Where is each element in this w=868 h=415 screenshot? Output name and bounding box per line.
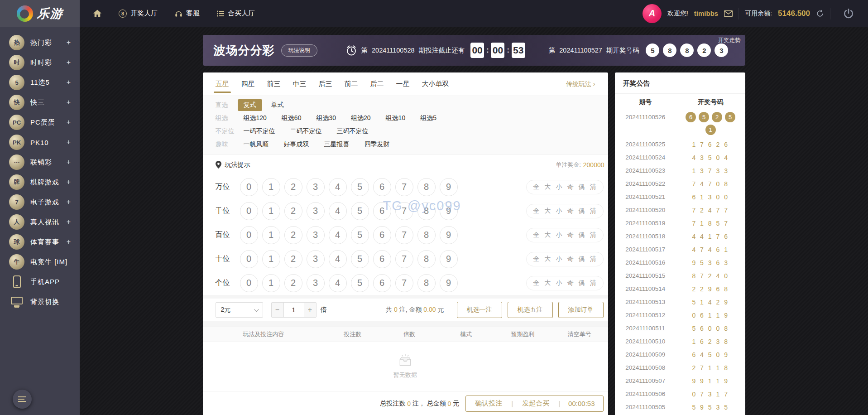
play-option[interactable]: 二码不定位 xyxy=(290,127,322,135)
digit-button[interactable]: 0 xyxy=(240,274,258,292)
logo[interactable]: 乐游 xyxy=(0,0,80,27)
quick-pick-大[interactable]: 大 xyxy=(545,255,551,263)
quick-pick-清[interactable]: 清 xyxy=(590,231,596,239)
play-option[interactable]: 组选5 xyxy=(420,114,436,122)
sidebar-item-pcdd[interactable]: PCPC蛋蛋+ xyxy=(0,112,80,132)
quick-pick-奇[interactable]: 奇 xyxy=(567,255,574,263)
digit-button[interactable]: 1 xyxy=(262,178,280,196)
digit-button[interactable]: 0 xyxy=(240,250,258,268)
digit-button[interactable]: 9 xyxy=(440,226,458,244)
mail-icon[interactable] xyxy=(724,10,733,17)
quick-pick-全[interactable]: 全 xyxy=(533,183,540,191)
play-option[interactable]: 三星报喜 xyxy=(324,140,350,149)
sidebar-item-hot[interactable]: 热热门彩+ xyxy=(0,33,80,53)
quick-pick-奇[interactable]: 奇 xyxy=(567,231,574,239)
play-option[interactable]: 组选60 xyxy=(282,114,302,122)
avatar[interactable]: A xyxy=(643,4,662,23)
digit-button[interactable]: 7 xyxy=(395,178,413,196)
multiplier-input[interactable]: 1 xyxy=(283,303,304,317)
sidebar-item-lxc[interactable]: ⋯联销彩+ xyxy=(0,152,80,172)
sidebar-item-dianzi[interactable]: 7电子游戏+ xyxy=(0,192,80,212)
tab-四星[interactable]: 四星 xyxy=(241,72,255,96)
start-group-buy-button[interactable]: 发起合买 xyxy=(513,399,558,408)
quick-pick-小[interactable]: 小 xyxy=(556,279,562,287)
tab-后二[interactable]: 后二 xyxy=(370,72,384,96)
digit-button[interactable]: 2 xyxy=(284,274,302,292)
tab-大小单双[interactable]: 大小单双 xyxy=(422,72,449,96)
digit-button[interactable]: 3 xyxy=(307,250,325,268)
play-option[interactable]: 一码不定位 xyxy=(244,127,275,135)
digit-button[interactable]: 5 xyxy=(351,274,369,292)
digit-button[interactable]: 1 xyxy=(262,274,280,292)
quick-pick-偶[interactable]: 偶 xyxy=(579,183,585,191)
sidebar-item-pk10[interactable]: PKPK10+ xyxy=(0,132,80,152)
bet-button-0[interactable]: 机选一注 xyxy=(457,302,502,318)
confirm-bet-button[interactable]: 确认投注 xyxy=(466,399,511,408)
quick-pick-小[interactable]: 小 xyxy=(556,231,562,239)
sidebar-item-app[interactable]: 手机APP xyxy=(0,272,80,292)
digit-button[interactable]: 8 xyxy=(417,250,436,268)
quick-pick-偶[interactable]: 偶 xyxy=(579,255,585,263)
play-option[interactable]: 组选10 xyxy=(386,114,406,122)
digit-button[interactable]: 2 xyxy=(284,226,302,244)
tab-前三[interactable]: 前三 xyxy=(267,72,281,96)
quick-pick-大[interactable]: 大 xyxy=(545,207,551,215)
digit-button[interactable]: 9 xyxy=(440,250,458,268)
digit-button[interactable]: 4 xyxy=(329,202,347,220)
quick-pick-偶[interactable]: 偶 xyxy=(579,231,585,239)
quick-pick-偶[interactable]: 偶 xyxy=(579,207,585,215)
username[interactable]: timibbs xyxy=(694,10,718,17)
quick-pick-清[interactable]: 清 xyxy=(590,183,596,191)
digit-button[interactable]: 0 xyxy=(240,226,258,244)
digit-button[interactable]: 8 xyxy=(417,274,436,292)
quick-pick-奇[interactable]: 奇 xyxy=(567,279,574,287)
quick-pick-大[interactable]: 大 xyxy=(545,279,551,287)
play-option[interactable]: 组选30 xyxy=(316,114,336,122)
play-option[interactable]: 一帆风顺 xyxy=(244,140,269,149)
quick-pick-小[interactable]: 小 xyxy=(556,207,562,215)
quick-pick-清[interactable]: 清 xyxy=(590,279,596,287)
sidebar-item-bg[interactable]: 背景切换 xyxy=(0,292,80,312)
sidebar-item-ssc[interactable]: 时时时彩+ xyxy=(0,53,80,72)
bet-button-1[interactable]: 机选五注 xyxy=(508,302,553,318)
digit-button[interactable]: 7 xyxy=(395,250,413,268)
digit-button[interactable]: 1 xyxy=(262,250,280,268)
quick-pick-全[interactable]: 全 xyxy=(533,255,540,263)
play-option[interactable]: 单式 xyxy=(271,101,284,109)
digit-button[interactable]: 5 xyxy=(351,202,369,220)
quick-pick-大[interactable]: 大 xyxy=(545,231,551,239)
digit-button[interactable]: 3 xyxy=(307,178,325,196)
minus-button[interactable]: − xyxy=(272,303,283,317)
digit-button[interactable]: 4 xyxy=(329,226,347,244)
quick-pick-偶[interactable]: 偶 xyxy=(579,279,585,287)
tab-中三[interactable]: 中三 xyxy=(293,72,307,96)
quick-pick-全[interactable]: 全 xyxy=(533,231,540,239)
quick-pick-大[interactable]: 大 xyxy=(545,183,551,191)
quick-pick-清[interactable]: 清 xyxy=(590,255,596,263)
digit-button[interactable]: 3 xyxy=(307,274,325,292)
digit-button[interactable]: 2 xyxy=(284,202,302,220)
bet-button-2[interactable]: 添加订单 xyxy=(558,302,604,318)
digit-button[interactable]: 3 xyxy=(307,226,325,244)
digit-button[interactable]: 7 xyxy=(395,274,413,292)
quick-pick-奇[interactable]: 奇 xyxy=(567,183,574,191)
tab-后三[interactable]: 后三 xyxy=(319,72,332,96)
quick-pick-全[interactable]: 全 xyxy=(533,207,540,215)
digit-button[interactable]: 9 xyxy=(440,274,458,292)
play-option[interactable]: 好事成双 xyxy=(284,140,309,149)
quick-pick-清[interactable]: 清 xyxy=(590,207,596,215)
digit-button[interactable]: 6 xyxy=(373,226,391,244)
digit-button[interactable]: 4 xyxy=(329,250,347,268)
quick-pick-奇[interactable]: 奇 xyxy=(567,207,574,215)
nav-lottery-hall[interactable]: 8 开奖大厅 xyxy=(119,9,158,18)
play-option[interactable]: 四季发财 xyxy=(364,140,390,149)
digit-button[interactable]: 0 xyxy=(240,178,258,196)
sidebar-item-dianjing[interactable]: 牛电竞牛 [IM] xyxy=(0,252,80,272)
digit-button[interactable]: 8 xyxy=(417,226,436,244)
sidebar-item-11x5[interactable]: 511选5+ xyxy=(0,72,80,92)
play-option[interactable]: 复式 xyxy=(238,99,262,111)
digit-button[interactable]: 6 xyxy=(373,274,391,292)
digit-button[interactable]: 9 xyxy=(440,178,458,196)
digit-button[interactable]: 7 xyxy=(395,202,413,220)
nav-home[interactable] xyxy=(93,10,101,17)
